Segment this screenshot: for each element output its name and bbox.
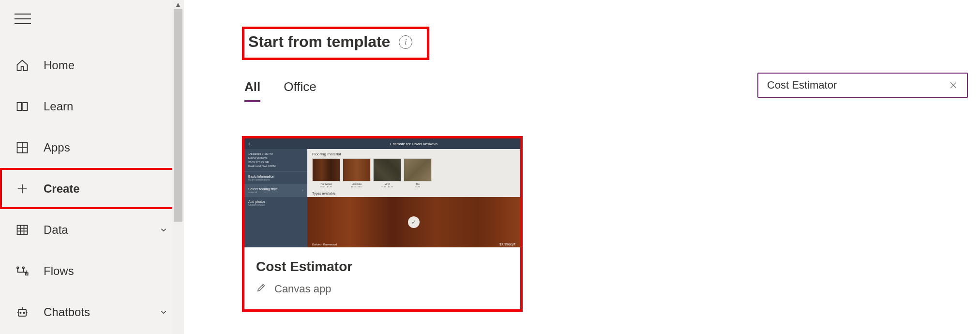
chevron-right-icon: › xyxy=(302,188,303,193)
sidebar-item-home[interactable]: Home xyxy=(0,45,184,86)
book-icon xyxy=(15,99,30,114)
thumb-row-basic: Basic informationRoom specifications xyxy=(244,171,307,184)
sidebar-item-data[interactable]: Data xyxy=(0,209,184,250)
swatch-hardwood: Hardwood $6.53 - $7.39 xyxy=(312,158,340,188)
scroll-up-arrow-icon[interactable]: ▲ xyxy=(172,0,184,9)
thumb-flooring-label: Flooring material xyxy=(307,149,520,158)
sidebar-item-label: Chatbots xyxy=(44,305,158,319)
sidebar-scrollbar[interactable]: ▲ xyxy=(172,0,184,334)
swatch-tile: Tile $3.10 xyxy=(404,158,432,188)
sidebar-item-label: Flows xyxy=(44,264,169,278)
svg-point-5 xyxy=(23,312,24,313)
sidebar-item-label: Learn xyxy=(44,100,169,113)
template-search[interactable] xyxy=(757,73,968,98)
sidebar-item-label: Create xyxy=(44,182,167,196)
search-input[interactable] xyxy=(767,79,947,91)
template-type-label: Canvas app xyxy=(274,283,331,295)
clear-search-button[interactable] xyxy=(947,78,960,92)
thumb-header: Estimate for David Veskovo xyxy=(307,138,520,149)
thumb-row-flooring: Select flooring stylematerial › xyxy=(244,184,307,197)
tab-all[interactable]: All xyxy=(244,79,260,102)
section-heading-highlight: Start from template i xyxy=(242,27,429,60)
back-chevron-icon: ‹ xyxy=(248,140,250,147)
sidebar-item-label: Data xyxy=(44,223,158,237)
close-icon xyxy=(949,80,958,90)
thumb-row-photos: Add photosCapture photos xyxy=(244,197,307,209)
thumb-wood-sample: ✓ Bolivian Rosewood $7.39/sq ft xyxy=(307,197,520,247)
hamburger-icon xyxy=(15,14,31,24)
template-card-body: Cost Estimator Canvas app xyxy=(244,247,520,309)
flow-icon xyxy=(15,263,30,279)
scroll-thumb[interactable] xyxy=(174,9,182,222)
thumb-customer-info: 1/13/2015 7:16 PM David Veskovo 2609 170… xyxy=(244,149,307,171)
pencil-icon xyxy=(256,282,267,296)
swatch-vinyl: Vinyl $1.60 - $2.29 xyxy=(373,158,401,188)
sidebar-item-create[interactable]: Create xyxy=(0,168,184,209)
robot-icon xyxy=(15,304,30,320)
plus-icon xyxy=(15,181,30,197)
thumb-material-swatches: Hardwood $6.53 - $7.39 Laminate $1.52 - … xyxy=(307,158,520,188)
template-thumbnail: ‹ 1/13/2015 7:16 PM David Veskovo 2609 1… xyxy=(244,138,520,247)
sidebar-nav: Home Learn Apps Create Data xyxy=(0,35,184,333)
sidebar-item-apps[interactable]: Apps xyxy=(0,127,184,168)
svg-rect-2 xyxy=(26,273,28,275)
swatch-laminate: Laminate $1.52 - $3.14 xyxy=(343,158,371,188)
sidebar-item-chatbots[interactable]: Chatbots xyxy=(0,291,184,333)
sidebar: ▲ Home Learn Apps xyxy=(0,0,184,334)
sidebar-item-label: Home xyxy=(44,59,169,72)
grid-icon xyxy=(15,140,30,155)
sidebar-item-flows[interactable]: Flows xyxy=(0,250,184,291)
sidebar-item-learn[interactable]: Learn xyxy=(0,86,184,127)
sidebar-item-label: Apps xyxy=(44,141,169,154)
section-title: Start from template xyxy=(248,33,390,51)
svg-point-4 xyxy=(20,312,21,313)
chevron-down-icon xyxy=(158,224,169,236)
chevron-down-icon xyxy=(158,306,169,318)
main-content: Start from template i All Office ‹ 1/13/… xyxy=(184,0,980,334)
template-title: Cost Estimator xyxy=(256,259,509,274)
template-card-cost-estimator[interactable]: ‹ 1/13/2015 7:16 PM David Veskovo 2609 1… xyxy=(242,136,523,312)
thumb-detail-panel: Estimate for David Veskovo Flooring mate… xyxy=(307,138,520,247)
svg-rect-3 xyxy=(18,309,26,316)
thumb-nav-panel: ‹ 1/13/2015 7:16 PM David Veskovo 2609 1… xyxy=(244,138,307,247)
home-icon xyxy=(15,58,30,73)
hamburger-menu-button[interactable] xyxy=(0,0,184,35)
check-icon: ✓ xyxy=(408,216,420,228)
thumb-types-section: Types available ✓ Bolivian Rosewood $7.3… xyxy=(307,190,520,247)
table-icon xyxy=(15,222,30,238)
template-type: Canvas app xyxy=(256,282,509,296)
tab-office[interactable]: Office xyxy=(284,79,316,102)
info-icon[interactable]: i xyxy=(399,35,412,49)
